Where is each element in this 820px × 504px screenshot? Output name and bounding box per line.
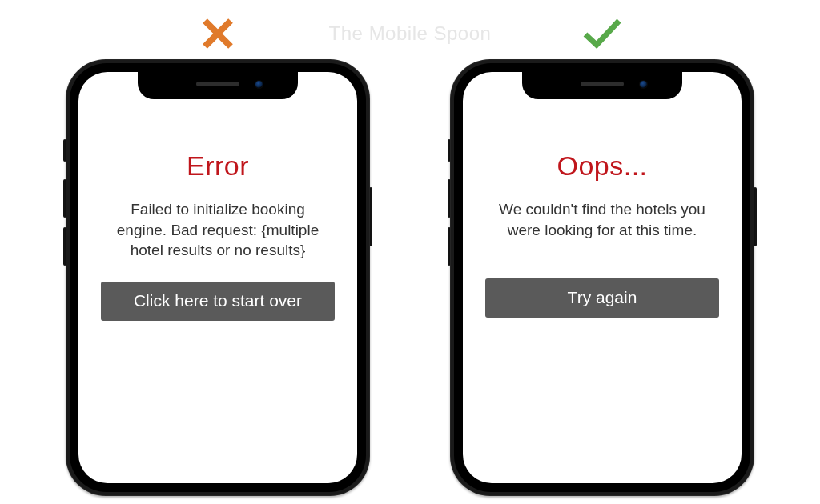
good-example: Oops... We couldn't find the hotels you …	[450, 13, 754, 496]
cross-icon	[199, 13, 237, 54]
comparison-stage: Error Failed to initialize booking engin…	[0, 0, 820, 496]
error-dialog: Error Failed to initialize booking engin…	[78, 72, 357, 483]
watermark-text: The Mobile Spoon	[329, 22, 492, 45]
phone-notch	[522, 72, 682, 99]
error-message: We couldn't find the hotels you were loo…	[485, 199, 719, 240]
phone-screen: Error Failed to initialize booking engin…	[78, 72, 357, 483]
try-again-button[interactable]: Try again	[485, 278, 719, 318]
phone-notch	[138, 72, 298, 99]
error-title: Error	[101, 150, 335, 182]
phone-mockup-bad: Error Failed to initialize booking engin…	[66, 59, 370, 496]
phone-mockup-good: Oops... We couldn't find the hotels you …	[450, 59, 754, 496]
check-icon	[581, 13, 624, 54]
phone-screen: Oops... We couldn't find the hotels you …	[463, 72, 742, 483]
error-message: Failed to initialize booking engine. Bad…	[101, 199, 335, 261]
start-over-button[interactable]: Click here to start over	[101, 282, 335, 321]
error-title: Oops...	[485, 150, 719, 182]
error-dialog: Oops... We couldn't find the hotels you …	[463, 72, 742, 483]
bad-example: Error Failed to initialize booking engin…	[66, 13, 370, 496]
